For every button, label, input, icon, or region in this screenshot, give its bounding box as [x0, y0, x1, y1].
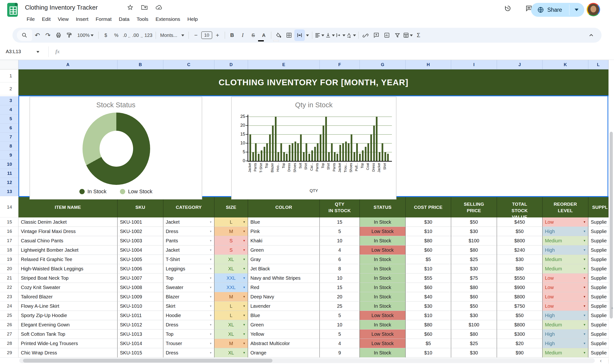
row-number-29[interactable]: 29 [0, 348, 18, 358]
borders-button[interactable] [284, 29, 294, 41]
cell-status[interactable]: In Stock [360, 273, 405, 283]
cell-supplier[interactable]: Supplie [588, 348, 609, 358]
row-number-13[interactable]: 13 [0, 187, 18, 196]
cell-reorder-dropdown[interactable]: High▼ [543, 227, 588, 236]
row-number-21[interactable]: 21 [0, 273, 18, 283]
cell-size-dropdown[interactable]: XL▼ [214, 320, 248, 329]
cell-total-stock[interactable]: $300 [497, 329, 543, 339]
bold-button[interactable]: B [227, 29, 237, 41]
cell-sku[interactable]: SKU-1006 [118, 264, 163, 273]
table-tools-button[interactable] [403, 29, 413, 41]
dropdown-icon[interactable]: ▼ [583, 351, 586, 354]
strikethrough-button[interactable]: S [248, 29, 259, 41]
cell-supplier[interactable]: Supplie [588, 217, 609, 227]
row-number-5[interactable]: 5 [0, 115, 18, 124]
horizontal-scrollbar-thumb[interactable] [23, 359, 272, 363]
cell-qty[interactable]: 5 [320, 227, 360, 236]
more-formats-button[interactable]: 123 [143, 29, 154, 41]
cell-reorder-dropdown[interactable]: Medium▼ [543, 255, 588, 264]
cell-supplier[interactable]: Supplie [588, 283, 609, 292]
cell-cost-price[interactable]: $10 [405, 348, 451, 358]
cell-total-stock[interactable]: $240 [497, 246, 543, 255]
table-header-cost-price[interactable]: COST PRICE [405, 197, 451, 217]
row-number-16[interactable]: 16 [0, 227, 18, 236]
cell-category-dropdown[interactable]: Dress▼ [163, 320, 214, 329]
menu-format[interactable]: Format [92, 15, 115, 24]
cell-cost-price[interactable]: $60 [405, 329, 451, 339]
cell-selling-price[interactable]: $100 [451, 236, 497, 246]
row-number-26[interactable]: 26 [0, 320, 18, 329]
cell-cost-price[interactable]: $80 [405, 236, 451, 246]
cell-category-dropdown[interactable]: Dress▼ [163, 348, 214, 358]
cell-total-stock[interactable]: $50 [497, 227, 543, 236]
cell-status[interactable]: In Stock [360, 264, 405, 273]
text-color-button[interactable]: A [259, 29, 269, 41]
row-number-14[interactable]: 14 [0, 197, 18, 217]
dropdown-icon[interactable]: ▼ [209, 333, 212, 336]
cell-qty[interactable]: 10 [320, 273, 360, 283]
cell-size-dropdown[interactable]: XXL▼ [214, 273, 248, 283]
cell-qty[interactable]: 25 [320, 301, 360, 311]
cell-reorder-dropdown[interactable]: High▼ [543, 311, 588, 320]
stock-status-chart[interactable]: Stock Status In StockLow Stock [29, 97, 202, 199]
cell-total-stock[interactable]: $800 [497, 236, 543, 246]
cell-cost-price[interactable]: $80 [405, 320, 451, 329]
cell-size-dropdown[interactable]: XXL▼ [214, 283, 248, 292]
sheets-logo-icon[interactable] [7, 3, 18, 17]
menu-data[interactable]: Data [115, 15, 133, 24]
cell-color[interactable]: Navy and White Stripes [248, 273, 320, 283]
horizontal-scrollbar[interactable] [19, 358, 595, 363]
cell-total-stock[interactable]: $30 [497, 255, 543, 264]
cell-reorder-dropdown[interactable]: Low▼ [543, 273, 588, 283]
avatar[interactable] [587, 3, 600, 16]
cell-status[interactable]: Low Stock [360, 339, 405, 348]
cell-selling-price[interactable]: $60 [451, 292, 497, 301]
name-box[interactable]: A3:L13 [0, 49, 36, 54]
share-caret-icon[interactable] [575, 9, 578, 13]
menu-extensions[interactable]: Extensions [152, 15, 184, 24]
cell-supplier[interactable]: Supplie [588, 292, 609, 301]
cell-qty[interactable]: 4 [320, 246, 360, 255]
cell-status[interactable]: In Stock [360, 292, 405, 301]
cell-qty[interactable]: 9 [320, 348, 360, 358]
cell-sku[interactable]: SKU-1009 [118, 292, 163, 301]
cell-qty[interactable]: 20 [320, 292, 360, 301]
dropdown-icon[interactable]: ▼ [243, 248, 246, 252]
row-number-1[interactable]: 1 [0, 69, 18, 82]
cell-size-dropdown[interactable]: L▼ [214, 311, 248, 320]
cell-qty[interactable]: 8 [320, 264, 360, 273]
cell-category-dropdown[interactable]: Trouser▼ [163, 339, 214, 348]
move-folder-icon[interactable] [141, 4, 148, 12]
column-header-D[interactable]: D [214, 60, 248, 69]
cell-category-dropdown[interactable]: Pants▼ [163, 236, 214, 246]
cell-supplier[interactable]: Supplie [588, 329, 609, 339]
collapse-toolbar-icon[interactable] [588, 32, 594, 39]
cell-status[interactable]: Low Stock [360, 329, 405, 339]
column-header-G[interactable]: G [360, 60, 405, 69]
cell-selling-price[interactable]: $100 [451, 320, 497, 329]
cell-reorder-dropdown[interactable]: Low▼ [543, 283, 588, 292]
cell-sku[interactable]: SKU-1003 [118, 236, 163, 246]
cell-reorder-dropdown[interactable]: High▼ [543, 339, 588, 348]
cell-color[interactable]: Jet Black [248, 264, 320, 273]
menu-edit[interactable]: Edit [38, 15, 54, 24]
row-number-20[interactable]: 20 [0, 264, 18, 273]
cell-selling-price[interactable]: $80 [451, 329, 497, 339]
cell-size-dropdown[interactable]: XL▼ [214, 255, 248, 264]
vertical-align-button[interactable] [325, 29, 335, 41]
row-number-7[interactable]: 7 [0, 133, 18, 142]
dropdown-icon[interactable]: ▼ [243, 276, 246, 280]
cell-total-stock[interactable]: $550 [497, 273, 543, 283]
cell-reorder-dropdown[interactable]: Low▼ [543, 301, 588, 311]
column-header-L[interactable]: L [588, 60, 609, 69]
version-history-icon[interactable] [504, 5, 511, 13]
cell-qty[interactable]: 10 [320, 320, 360, 329]
document-title[interactable]: Clothing Inventory Tracker [25, 4, 98, 11]
zoom-select[interactable]: 100% [74, 29, 97, 41]
cell-color[interactable]: Abstract Multicolor [248, 339, 320, 348]
font-select[interactable]: Monts... [158, 29, 187, 41]
cell-category-dropdown[interactable]: Blazer▼ [163, 292, 214, 301]
cell-sku[interactable]: SKU-1007 [118, 273, 163, 283]
table-header-total[interactable]: TOTALSTOCKVALUE [497, 197, 543, 217]
table-header-category[interactable]: CATEGORY [163, 197, 214, 217]
